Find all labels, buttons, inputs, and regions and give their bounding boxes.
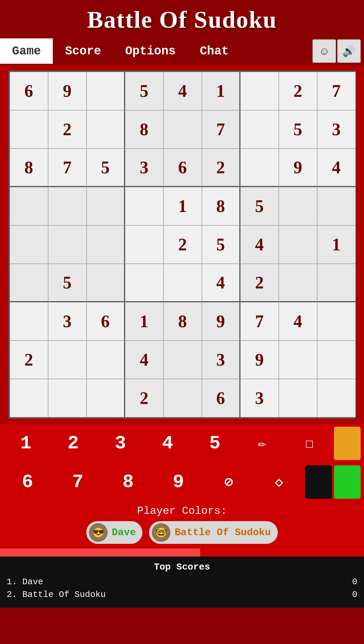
sudoku-cell-1-5[interactable]: 4	[163, 72, 202, 110]
sudoku-cell-4-3[interactable]: 0	[87, 187, 125, 225]
sudoku-cell-3-5[interactable]: 6	[163, 149, 202, 187]
sudoku-cell-5-5[interactable]: 2	[163, 225, 202, 264]
sudoku-cell-7-5[interactable]: 8	[163, 302, 202, 341]
sudoku-cell-5-4[interactable]: 0	[125, 225, 163, 264]
sudoku-cell-3-9[interactable]: 4	[317, 149, 356, 187]
numpad-4[interactable]: 4	[145, 427, 190, 460]
sudoku-cell-5-2[interactable]: 0	[48, 225, 87, 264]
sudoku-cell-5-3[interactable]: 0	[87, 225, 125, 264]
tab-score[interactable]: Score	[53, 38, 113, 64]
sudoku-cell-9-7[interactable]: 3	[240, 379, 279, 417]
sudoku-cell-8-6[interactable]: 3	[202, 341, 240, 379]
sudoku-cell-2-3[interactable]: 0	[87, 110, 125, 149]
sudoku-cell-2-9[interactable]: 3	[317, 110, 356, 149]
tab-chat[interactable]: Chat	[188, 38, 241, 64]
sudoku-cell-2-7[interactable]: 0	[240, 110, 279, 149]
sudoku-cell-7-7[interactable]: 7	[240, 302, 279, 341]
sudoku-cell-5-7[interactable]: 4	[240, 225, 279, 264]
sudoku-cell-2-8[interactable]: 5	[279, 110, 317, 149]
sudoku-cell-3-6[interactable]: 2	[202, 149, 240, 187]
sudoku-cell-6-9[interactable]: 0	[317, 264, 356, 302]
sudoku-cell-4-8[interactable]: 0	[279, 187, 317, 225]
sudoku-cell-3-7[interactable]: 0	[240, 149, 279, 187]
sudoku-cell-6-6[interactable]: 4	[202, 264, 240, 302]
sudoku-cell-9-6[interactable]: 6	[202, 379, 240, 417]
tab-game[interactable]: Game	[0, 38, 53, 64]
sudoku-cell-8-9[interactable]: 0	[317, 341, 356, 379]
sudoku-cell-3-1[interactable]: 8	[10, 149, 48, 187]
sudoku-cell-3-3[interactable]: 5	[87, 149, 125, 187]
sudoku-cell-4-7[interactable]: 5	[240, 187, 279, 225]
sound-icon-button[interactable]: 🔊	[337, 39, 361, 63]
sudoku-cell-1-3[interactable]: 0	[87, 72, 125, 110]
square-icon-button[interactable]: ☐	[287, 427, 332, 460]
sudoku-cell-5-8[interactable]: 0	[279, 225, 317, 264]
numpad-7[interactable]: 7	[54, 465, 102, 499]
sudoku-cell-8-3[interactable]: 0	[87, 341, 125, 379]
sudoku-cell-8-8[interactable]: 0	[279, 341, 317, 379]
sudoku-cell-7-6[interactable]: 9	[202, 302, 240, 341]
sudoku-cell-1-1[interactable]: 6	[10, 72, 48, 110]
sudoku-cell-4-6[interactable]: 8	[202, 187, 240, 225]
sudoku-cell-2-2[interactable]: 2	[48, 110, 87, 149]
sudoku-cell-1-7[interactable]: 0	[240, 72, 279, 110]
sudoku-cell-2-1[interactable]: 0	[10, 110, 48, 149]
color-swatch-black[interactable]	[305, 465, 332, 499]
sudoku-cell-3-4[interactable]: 3	[125, 149, 163, 187]
sudoku-cell-8-5[interactable]: 0	[163, 341, 202, 379]
sudoku-cell-4-1[interactable]: 0	[10, 187, 48, 225]
sudoku-cell-4-2[interactable]: 0	[48, 187, 87, 225]
numpad-8[interactable]: 8	[104, 465, 152, 499]
sudoku-cell-2-4[interactable]: 8	[125, 110, 163, 149]
pencil-icon-button[interactable]: ✏	[239, 427, 284, 460]
sudoku-cell-6-7[interactable]: 2	[240, 264, 279, 302]
sudoku-cell-3-8[interactable]: 9	[279, 149, 317, 187]
sudoku-cell-6-4[interactable]: 0	[125, 264, 163, 302]
sudoku-cell-6-2[interactable]: 5	[48, 264, 87, 302]
sudoku-cell-6-8[interactable]: 0	[279, 264, 317, 302]
sudoku-cell-8-4[interactable]: 4	[125, 341, 163, 379]
sudoku-cell-1-4[interactable]: 5	[125, 72, 163, 110]
color-swatch-orange[interactable]	[334, 427, 361, 460]
numpad-9[interactable]: 9	[154, 465, 203, 499]
numpad-2[interactable]: 2	[50, 427, 96, 460]
sudoku-cell-6-5[interactable]: 0	[163, 264, 202, 302]
sudoku-cell-8-7[interactable]: 9	[240, 341, 279, 379]
sudoku-cell-4-9[interactable]: 0	[317, 187, 356, 225]
sudoku-cell-4-5[interactable]: 1	[163, 187, 202, 225]
tab-options[interactable]: Options	[113, 38, 188, 64]
sudoku-cell-8-2[interactable]: 0	[48, 341, 87, 379]
sudoku-cell-1-9[interactable]: 7	[317, 72, 356, 110]
sudoku-cell-9-8[interactable]: 0	[279, 379, 317, 417]
sudoku-cell-9-1[interactable]: 0	[10, 379, 48, 417]
numpad-3[interactable]: 3	[98, 427, 143, 460]
sudoku-cell-7-2[interactable]: 3	[48, 302, 87, 341]
sudoku-cell-8-1[interactable]: 2	[10, 341, 48, 379]
sudoku-cell-9-5[interactable]: 0	[163, 379, 202, 417]
numpad-5[interactable]: 5	[192, 427, 237, 460]
sudoku-cell-1-2[interactable]: 9	[48, 72, 87, 110]
sudoku-cell-5-9[interactable]: 1	[317, 225, 356, 264]
sudoku-cell-6-3[interactable]: 0	[87, 264, 125, 302]
emoji-icon-button[interactable]: ☺	[313, 39, 336, 63]
sudoku-cell-9-2[interactable]: 0	[48, 379, 87, 417]
numpad-6[interactable]: 6	[3, 465, 52, 499]
sudoku-cell-1-8[interactable]: 2	[279, 72, 317, 110]
color-swatch-green[interactable]	[334, 465, 361, 499]
sudoku-cell-7-4[interactable]: 1	[125, 302, 163, 341]
sudoku-cell-5-1[interactable]: 0	[10, 225, 48, 264]
sudoku-cell-5-6[interactable]: 5	[202, 225, 240, 264]
sudoku-cell-2-5[interactable]: 0	[163, 110, 202, 149]
sudoku-cell-3-2[interactable]: 7	[48, 149, 87, 187]
sudoku-cell-2-6[interactable]: 7	[202, 110, 240, 149]
sudoku-cell-7-9[interactable]: 0	[317, 302, 356, 341]
sudoku-cell-1-6[interactable]: 1	[202, 72, 240, 110]
sudoku-cell-4-4[interactable]: 0	[125, 187, 163, 225]
sudoku-cell-9-9[interactable]: 0	[317, 379, 356, 417]
sudoku-cell-9-4[interactable]: 2	[125, 379, 163, 417]
sudoku-cell-7-3[interactable]: 6	[87, 302, 125, 341]
numpad-1[interactable]: 1	[3, 427, 48, 460]
sudoku-cell-7-1[interactable]: 0	[10, 302, 48, 341]
no-icon-button[interactable]: ⊘	[205, 465, 253, 499]
sudoku-cell-9-3[interactable]: 0	[87, 379, 125, 417]
